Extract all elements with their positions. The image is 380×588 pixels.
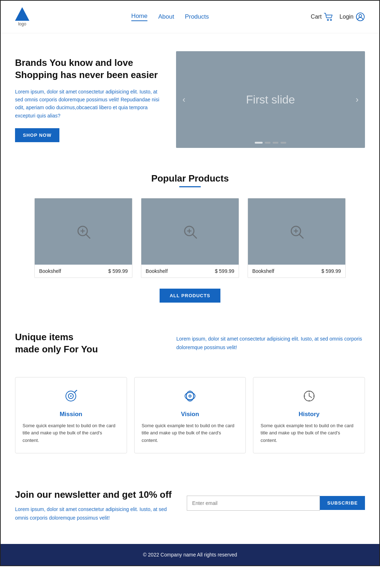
all-products-button[interactable]: ALL PRODUCTS <box>160 289 220 303</box>
product-name-2: Bookshelf <box>146 268 167 274</box>
footer: © 2022 Company name All rights reserved <box>1 544 379 565</box>
product-info-3: Bookshelf $ 599.99 <box>248 265 345 278</box>
mission-svg-icon: + <box>63 388 79 404</box>
unique-heading: Unique items made only For You <box>15 331 162 356</box>
carousel-dots <box>255 142 286 144</box>
logo-icon <box>15 7 29 21</box>
hero-body: Lorem ipsum, dolor sit amet consectetur … <box>15 88 162 120</box>
popular-products-section: Popular Products Bookshelf $ 599.99 <box>1 162 379 313</box>
svg-point-3 <box>359 15 361 17</box>
hero-text: Brands You know and love Shopping has ne… <box>15 57 162 142</box>
zoom-icon-3 <box>288 223 305 240</box>
carousel-label: First slide <box>246 93 295 106</box>
unique-body: Lorem ipsum, dolor sit amet consectetur … <box>176 335 365 352</box>
history-card: History Some quick example text to build… <box>253 377 365 453</box>
newsletter-body: Lorem ipsum, dolor sit amet consectetur … <box>15 505 172 522</box>
unique-right: Lorem ipsum, dolor sit amet consectetur … <box>176 335 365 352</box>
svg-point-1 <box>330 19 331 20</box>
cart-button[interactable]: Cart <box>311 13 334 21</box>
popular-heading: Popular Products <box>15 173 365 184</box>
svg-text:+: + <box>76 389 78 392</box>
vision-svg-icon <box>182 388 198 404</box>
nav-right: Cart Login <box>311 12 365 21</box>
cart-label: Cart <box>311 14 322 20</box>
product-price-3: $ 599.99 <box>321 268 341 274</box>
login-button[interactable]: Login <box>340 12 365 21</box>
email-input[interactable] <box>187 496 320 511</box>
navbar: logo Home About Products Cart Login <box>1 1 379 33</box>
subscribe-button[interactable]: SUBSCRIBE <box>320 496 365 510</box>
cart-icon <box>324 13 334 21</box>
vision-title: Vision <box>142 411 239 418</box>
hero-section: Brands You know and love Shopping has ne… <box>1 33 379 162</box>
unique-section: Unique items made only For You Lorem ips… <box>1 313 379 370</box>
logo-area: logo <box>15 7 29 26</box>
history-text: Some quick example text to build on the … <box>260 422 357 444</box>
svg-point-24 <box>189 395 191 397</box>
newsletter-left: Join our newsletter and get 10% off Lore… <box>15 489 172 522</box>
login-icon <box>356 12 365 21</box>
carousel-dot-4[interactable] <box>281 142 286 144</box>
carousel-prev-button[interactable]: ‹ <box>180 92 188 107</box>
nav-about[interactable]: About <box>158 13 174 20</box>
newsletter-right: SUBSCRIBE <box>187 496 365 511</box>
nav-home[interactable]: Home <box>131 13 147 21</box>
logo-label: logo <box>18 21 26 26</box>
mission-icon: + <box>23 388 120 407</box>
history-svg-icon <box>301 388 317 404</box>
product-card-3[interactable]: Bookshelf $ 599.99 <box>248 198 346 278</box>
newsletter-section: Join our newsletter and get 10% off Lore… <box>1 471 379 544</box>
product-card-1[interactable]: Bookshelf $ 599.99 <box>34 198 132 278</box>
carousel-dot-2[interactable] <box>265 142 271 144</box>
history-title: History <box>260 411 357 418</box>
vision-card: Vision Some quick example text to build … <box>134 377 246 453</box>
svg-point-0 <box>327 19 328 20</box>
product-card-2[interactable]: Bookshelf $ 599.99 <box>141 198 239 278</box>
product-info-2: Bookshelf $ 599.99 <box>141 265 239 278</box>
product-info-1: Bookshelf $ 599.99 <box>35 265 132 278</box>
hero-carousel: ‹ First slide › <box>176 51 365 148</box>
shop-now-button[interactable]: SHOP NOW <box>15 128 59 142</box>
footer-text: © 2022 Company name All rights reserved <box>143 552 237 558</box>
mission-card: + Mission Some quick example text to bui… <box>15 377 127 453</box>
nav-links: Home About Products <box>131 13 209 21</box>
mission-title: Mission <box>23 411 120 418</box>
mission-text: Some quick example text to build on the … <box>23 422 120 444</box>
nav-products[interactable]: Products <box>185 13 209 20</box>
product-image-3 <box>248 198 345 265</box>
product-image-2 <box>141 198 239 265</box>
svg-line-13 <box>299 234 303 238</box>
unique-left: Unique items made only For You <box>15 331 162 356</box>
product-price-2: $ 599.99 <box>215 268 234 274</box>
vision-icon <box>142 388 239 407</box>
popular-underline <box>179 186 201 187</box>
hero-heading: Brands You know and love Shopping has ne… <box>15 57 162 81</box>
carousel-dot-3[interactable] <box>273 142 278 144</box>
zoom-icon-2 <box>181 223 199 240</box>
product-name-3: Bookshelf <box>252 268 274 274</box>
svg-line-5 <box>86 234 90 238</box>
product-price-1: $ 599.99 <box>108 268 128 274</box>
product-name-1: Bookshelf <box>39 268 61 274</box>
svg-line-29 <box>309 396 312 397</box>
product-image-1 <box>35 198 132 265</box>
history-icon <box>260 388 357 407</box>
cards-section: + Mission Some quick example text to bui… <box>1 370 379 471</box>
carousel-dot-1[interactable] <box>255 142 263 144</box>
carousel-next-button[interactable]: › <box>353 92 361 107</box>
newsletter-heading: Join our newsletter and get 10% off <box>15 489 172 500</box>
svg-line-9 <box>193 234 196 238</box>
svg-point-18 <box>70 395 72 397</box>
login-label: Login <box>340 14 354 20</box>
vision-text: Some quick example text to build on the … <box>142 422 239 444</box>
zoom-icon-1 <box>75 223 92 240</box>
products-grid: Bookshelf $ 599.99 Bookshelf $ 599.99 <box>15 198 365 278</box>
